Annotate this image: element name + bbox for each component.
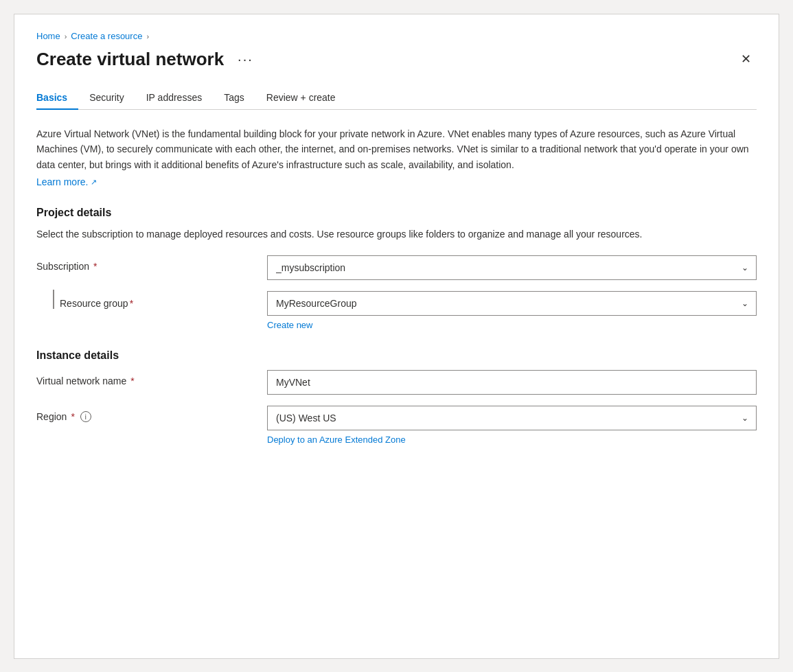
region-select[interactable]: (US) West US	[267, 406, 757, 430]
project-details-section: Project details Select the subscription …	[36, 207, 757, 330]
subscription-label: Subscription	[36, 261, 89, 272]
vnet-name-label: Virtual network name	[36, 375, 126, 386]
region-row: Region * i (US) West US ⌄ Deploy to an A…	[36, 406, 757, 445]
tab-bar: Basics Security IP addresses Tags Review…	[36, 86, 757, 110]
region-input-col: (US) West US ⌄ Deploy to an Azure Extend…	[267, 406, 757, 445]
tab-basics[interactable]: Basics	[36, 86, 78, 110]
resource-group-label-col: Resource group *	[36, 291, 256, 309]
instance-details-section: Instance details Virtual network name * …	[36, 349, 757, 445]
external-link-icon: ↗	[91, 178, 97, 187]
more-options-button[interactable]: ···	[232, 49, 259, 70]
tab-tags[interactable]: Tags	[213, 86, 255, 110]
subscription-select-wrapper: _mysubscription ⌄	[267, 255, 757, 280]
region-required: *	[71, 411, 74, 422]
tab-security[interactable]: Security	[78, 86, 135, 110]
vnet-name-input-col	[267, 370, 757, 395]
create-vnet-panel: Home › Create a resource › Create virtua…	[14, 14, 779, 659]
breadcrumb: Home › Create a resource ›	[36, 31, 757, 41]
deploy-extended-zone-link[interactable]: Deploy to an Azure Extended Zone	[267, 435, 757, 445]
region-select-wrapper: (US) West US ⌄	[267, 406, 757, 430]
resource-group-label: Resource group	[60, 298, 128, 309]
project-details-description: Select the subscription to manage deploy…	[36, 227, 757, 242]
tab-review-create[interactable]: Review + create	[255, 86, 347, 110]
vnet-name-row: Virtual network name *	[36, 370, 757, 395]
vnet-name-label-col: Virtual network name *	[36, 370, 256, 386]
subscription-select[interactable]: _mysubscription	[267, 255, 757, 280]
learn-more-link[interactable]: Learn more. ↗	[36, 176, 97, 187]
page-header: Create virtual network ··· ✕	[36, 48, 757, 70]
resource-group-required: *	[130, 298, 133, 309]
breadcrumb-sep-2: ›	[146, 32, 149, 40]
vnet-name-input[interactable]	[267, 370, 757, 395]
resource-group-select-wrapper: MyResourceGroup ⌄	[267, 291, 757, 316]
resource-group-row: Resource group * MyResourceGroup ⌄ Creat…	[36, 291, 757, 330]
close-button[interactable]: ✕	[735, 48, 757, 70]
indent-bracket	[53, 290, 54, 309]
header-left: Create virtual network ···	[36, 49, 259, 70]
subscription-row: Subscription * _mysubscription ⌄	[36, 255, 757, 280]
breadcrumb-home[interactable]: Home	[36, 31, 60, 41]
project-details-title: Project details	[36, 207, 757, 219]
region-info-icon[interactable]: i	[80, 411, 91, 422]
breadcrumb-sep-1: ›	[65, 32, 67, 40]
instance-details-title: Instance details	[36, 349, 757, 362]
description-text: Azure Virtual Network (VNet) is the fund…	[36, 126, 757, 172]
resource-group-select[interactable]: MyResourceGroup	[267, 291, 757, 316]
subscription-input-col: _mysubscription ⌄	[267, 255, 757, 280]
breadcrumb-create-resource[interactable]: Create a resource	[71, 31, 142, 41]
region-label: Region	[36, 411, 67, 422]
subscription-required: *	[93, 261, 97, 272]
region-label-col: Region * i	[36, 406, 256, 422]
resource-group-input-col: MyResourceGroup ⌄ Create new	[267, 291, 757, 330]
tab-ip-addresses[interactable]: IP addresses	[135, 86, 213, 110]
subscription-label-col: Subscription *	[36, 255, 256, 272]
create-new-link[interactable]: Create new	[267, 320, 757, 330]
page-title: Create virtual network	[36, 49, 224, 70]
vnet-name-required: *	[130, 375, 134, 386]
learn-more-label: Learn more.	[36, 176, 88, 187]
